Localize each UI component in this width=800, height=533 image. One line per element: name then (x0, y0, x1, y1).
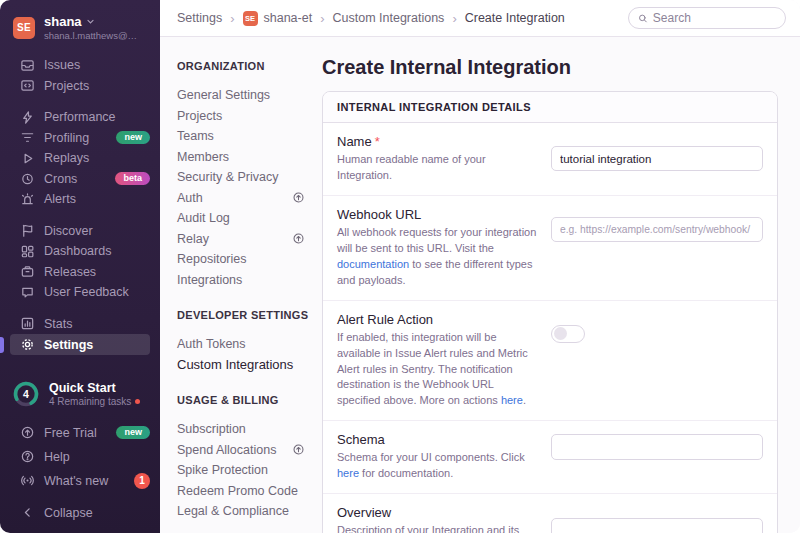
sidebar-nav: Issues Projects Performance Profiling ne… (0, 55, 160, 355)
name-help: Human readable name of your Integration. (337, 152, 537, 184)
sidebar-item-issues[interactable]: Issues (0, 55, 160, 76)
projects-icon (20, 78, 35, 93)
sidebar-item-label: Settings (44, 338, 93, 352)
new-badge: new (116, 131, 150, 144)
active-indicator (0, 337, 4, 353)
subnav-item-security-privacy[interactable]: Security & Privacy (177, 167, 305, 188)
sidebar-item-help[interactable]: Help (0, 446, 160, 467)
help-icon (20, 449, 35, 464)
subnav-item-audit-log[interactable]: Audit Log (177, 208, 305, 229)
gear-icon (20, 337, 35, 352)
search-input[interactable] (653, 11, 776, 25)
breadcrumb-org[interactable]: SE shana-et (243, 11, 313, 26)
quick-start-subtitle: 4 Remaining tasks (49, 396, 131, 407)
subnav-item-spend-allocations[interactable]: Spend Allocations (177, 440, 305, 461)
sidebar-item-profiling[interactable]: Profiling new (0, 128, 160, 149)
subnav-heading-usage-billing: USAGE & BILLING (177, 394, 310, 406)
schema-here-link[interactable]: here (337, 467, 359, 479)
schema-input[interactable] (551, 434, 763, 460)
subnav-heading-organization: ORGANIZATION (177, 60, 310, 72)
whats-new-count-badge: 1 (134, 473, 150, 489)
alert-rule-action-help: If enabled, this integration will be ava… (337, 330, 537, 410)
power-icon (292, 232, 305, 245)
quick-start-count: 4 (12, 380, 40, 408)
quick-start[interactable]: 4 Quick Start 4 Remaining tasks (0, 380, 160, 410)
sidebar-item-label: Crons (44, 172, 77, 186)
sidebar-item-settings[interactable]: Settings (10, 334, 150, 355)
field-row-name: Name* Human readable name of your Integr… (323, 123, 777, 196)
sidebar-item-free-trial[interactable]: Free Trial new (0, 422, 160, 443)
field-row-overview: Overview Description of your Integration… (323, 494, 777, 533)
avatar: SE (13, 17, 35, 39)
sidebar-item-crons[interactable]: Crons beta (0, 169, 160, 190)
subnav-heading-developer-settings: DEVELOPER SETTINGS (177, 309, 310, 321)
search-box[interactable] (628, 7, 786, 29)
subnav-item-subscription[interactable]: Subscription (177, 419, 305, 440)
sidebar-item-label: Profiling (44, 131, 89, 145)
sidebar-item-discover[interactable]: Discover (0, 221, 160, 242)
webhook-url-label: Webhook URL (337, 207, 537, 222)
overview-input[interactable] (551, 518, 763, 533)
sidebar-item-label: Projects (44, 79, 89, 93)
performance-icon (20, 110, 35, 125)
subnav-item-projects[interactable]: Projects (177, 106, 305, 127)
subnav-item-auth-tokens[interactable]: Auth Tokens (177, 334, 305, 355)
org-user-menu[interactable]: SE shana shana.l.matthews@… (0, 14, 160, 41)
alert-rule-action-label: Alert Rule Action (337, 312, 537, 327)
sidebar-item-replays[interactable]: Replays (0, 148, 160, 169)
overview-label: Overview (337, 505, 537, 520)
schema-help: Schema for your UI components. Click her… (337, 450, 537, 482)
sidebar-item-label: Stats (44, 317, 73, 331)
actions-here-link[interactable]: here (501, 394, 523, 406)
subnav-item-custom-integrations[interactable]: Custom Integrations (177, 355, 305, 376)
subnav-item-legal-compliance[interactable]: Legal & Compliance (177, 501, 305, 522)
new-badge: new (116, 426, 150, 439)
breadcrumb-create-integration: Create Integration (465, 11, 565, 25)
sidebar-item-projects[interactable]: Projects (0, 76, 160, 97)
sidebar-item-user-feedback[interactable]: User Feedback (0, 282, 160, 303)
stats-icon (20, 316, 35, 331)
power-icon (292, 191, 305, 204)
field-row-alert-rule-action: Alert Rule Action If enabled, this integ… (323, 301, 777, 422)
alert-dot (135, 399, 140, 404)
sidebar-item-stats[interactable]: Stats (0, 314, 160, 335)
sidebar-item-alerts[interactable]: Alerts (0, 189, 160, 210)
sidebar-collapse-button[interactable]: Collapse (0, 502, 160, 523)
webhook-url-input[interactable] (551, 217, 763, 242)
toggle-knob (554, 327, 567, 340)
sidebar-item-label: Releases (44, 265, 96, 279)
subnav-item-spike-protection[interactable]: Spike Protection (177, 460, 305, 481)
sidebar-item-label: Replays (44, 151, 89, 165)
sidebar-item-performance[interactable]: Performance (0, 107, 160, 128)
subnav-item-relay[interactable]: Relay (177, 229, 305, 250)
field-row-schema: Schema Schema for your UI components. Cl… (323, 421, 777, 494)
subnav-item-repositories[interactable]: Repositories (177, 249, 305, 270)
settings-subnav: ORGANIZATION General Settings Projects T… (160, 37, 310, 533)
overview-help: Description of your Integration and its … (337, 523, 537, 533)
subnav-item-integrations[interactable]: Integrations (177, 270, 305, 291)
breadcrumb-custom-integrations[interactable]: Custom Integrations (333, 11, 445, 25)
user-name: shana (44, 14, 82, 29)
topbar: Settings › SE shana-et › Custom Integrat… (160, 0, 800, 37)
documentation-link[interactable]: documentation (337, 258, 409, 270)
sidebar-item-label: Dashboards (44, 244, 111, 258)
quick-start-title: Quick Start (49, 381, 140, 395)
subnav-item-auth[interactable]: Auth (177, 188, 305, 209)
sidebar-item-label: Alerts (44, 192, 76, 206)
breadcrumb-settings[interactable]: Settings (177, 11, 222, 25)
content-area: Settings › SE shana-et › Custom Integrat… (160, 0, 800, 533)
subnav-item-members[interactable]: Members (177, 147, 305, 168)
alert-rule-action-toggle[interactable] (551, 325, 585, 343)
subnav-item-teams[interactable]: Teams (177, 126, 305, 147)
sidebar-item-whats-new[interactable]: What's new 1 (0, 470, 160, 491)
replays-icon (20, 151, 35, 166)
required-asterisk: * (375, 134, 380, 149)
alerts-icon (20, 192, 35, 207)
subnav-item-redeem-promo-code[interactable]: Redeem Promo Code (177, 481, 305, 502)
releases-icon (20, 264, 35, 279)
sidebar-item-dashboards[interactable]: Dashboards (0, 241, 160, 262)
quick-start-progress-ring: 4 (12, 380, 40, 408)
sidebar-item-releases[interactable]: Releases (0, 262, 160, 283)
name-input[interactable] (551, 146, 763, 171)
subnav-item-general-settings[interactable]: General Settings (177, 85, 305, 106)
